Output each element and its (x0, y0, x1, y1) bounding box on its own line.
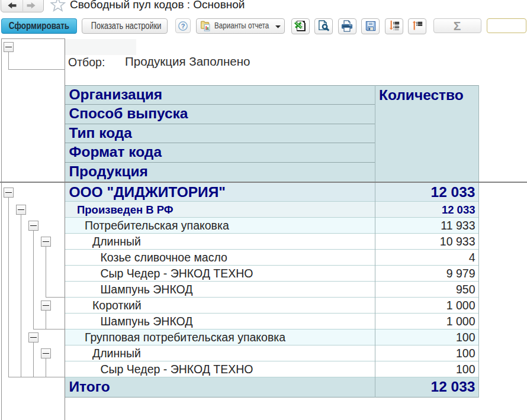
svg-text:?: ? (181, 22, 185, 30)
